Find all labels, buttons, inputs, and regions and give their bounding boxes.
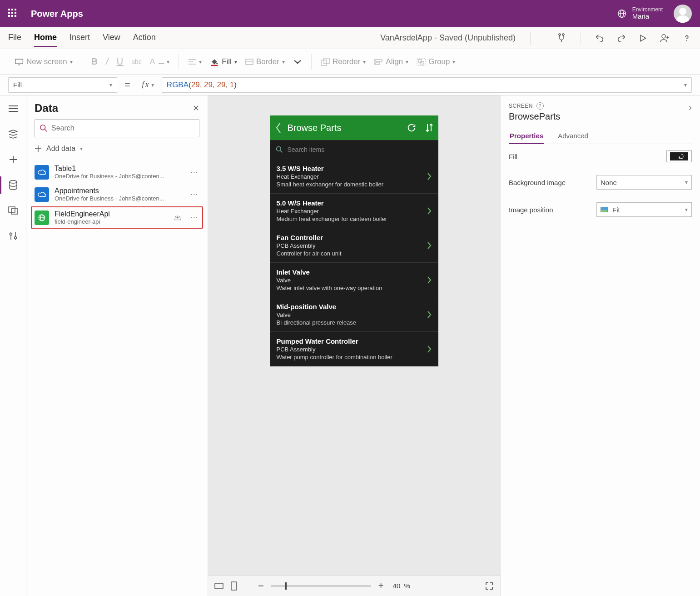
menu-tab-action[interactable]: Action — [133, 29, 156, 47]
environment-name: Maria — [632, 12, 650, 20]
chevron-right-icon[interactable] — [427, 345, 432, 354]
imgpos-select[interactable]: Fit ▾ — [596, 202, 692, 217]
app-checker-icon[interactable] — [556, 33, 567, 44]
svg-point-7 — [216, 62, 218, 64]
more-icon[interactable]: ⋯ — [189, 188, 199, 200]
property-selector[interactable]: Fill ▾ — [8, 77, 117, 93]
preview-header: Browse Parts — [270, 115, 438, 140]
new-screen-button[interactable]: New screen ▾ — [15, 57, 73, 66]
user-avatar[interactable] — [674, 5, 692, 23]
back-icon[interactable] — [275, 121, 282, 134]
help-circle-icon[interactable]: ? — [536, 102, 544, 110]
app-launcher-icon[interactable] — [8, 9, 18, 19]
device-portrait-icon[interactable] — [231, 581, 237, 591]
data-source-item[interactable]: Table1OneDrive for Business - JohnS@cont… — [26, 161, 208, 183]
app-preview[interactable]: Browse Parts Search items 3.5 W/S Heater… — [270, 115, 438, 366]
svg-rect-8 — [211, 65, 218, 66]
part-item[interactable]: Pumped Water ControllerPCB AssemblyWater… — [270, 332, 438, 366]
canvas-area: Browse Parts Search items 3.5 W/S Heater… — [208, 95, 500, 596]
props-object-name: BrowseParts — [509, 111, 560, 122]
zoom-out-button[interactable]: − — [258, 580, 264, 592]
data-search[interactable] — [35, 119, 199, 137]
bgimage-select[interactable]: None▾ — [596, 175, 692, 190]
border-button[interactable]: Border ▾ — [245, 57, 285, 66]
data-source-item[interactable]: FieldEngineerApifield-engineer-api⋯ — [31, 206, 203, 229]
fx-button[interactable]: ƒx▾ — [138, 80, 157, 90]
preview-search[interactable]: Search items — [270, 140, 438, 159]
more-icon[interactable]: ⋯ — [189, 211, 199, 224]
data-search-input[interactable] — [51, 124, 194, 132]
group-button[interactable]: Group▾ — [417, 57, 455, 66]
strikethrough-button[interactable]: abc — [131, 58, 142, 65]
svg-point-4 — [662, 35, 665, 38]
properties-panel: SCREEN ? BrowseParts › PropertiesAdvance… — [500, 95, 700, 596]
sort-icon[interactable] — [425, 123, 434, 133]
chevron-right-icon[interactable] — [427, 241, 432, 250]
part-name: Mid-position Valve — [277, 303, 422, 311]
fill-swatch[interactable] — [666, 150, 692, 162]
formula-input[interactable]: RGBA(29, 29, 29, 1) ▾ — [162, 77, 692, 93]
fill-swatch-icon — [670, 152, 688, 160]
part-item[interactable]: Mid-position ValveValveBi-directional pr… — [270, 297, 438, 332]
svg-point-20 — [10, 233, 12, 235]
datasource-icon — [35, 210, 49, 225]
data-icon[interactable] — [7, 179, 19, 191]
more-icon[interactable]: ⋯ — [189, 166, 199, 178]
environment-picker[interactable]: Environment Maria — [617, 7, 663, 20]
hamburger-icon[interactable] — [7, 103, 19, 115]
part-item[interactable]: Inlet ValveValveWater inlet valve with o… — [270, 263, 438, 297]
close-icon[interactable]: ✕ — [193, 103, 199, 113]
menu-tab-insert[interactable]: Insert — [70, 29, 90, 47]
fill-button[interactable]: Fill ▾ — [210, 57, 237, 66]
menu-tab-home[interactable]: Home — [34, 29, 57, 47]
chevron-right-icon[interactable]: › — [689, 102, 692, 114]
data-source-item[interactable]: AppointmentsOneDrive for Business - John… — [26, 183, 208, 205]
chevron-right-icon[interactable] — [427, 310, 432, 319]
props-tab-properties[interactable]: Properties — [509, 128, 544, 144]
undo-icon[interactable] — [595, 33, 605, 43]
part-item[interactable]: Fan ControllerPCB AssemblyController for… — [270, 228, 438, 263]
chevron-right-icon[interactable] — [427, 275, 432, 285]
underline-button[interactable]: U — [117, 56, 123, 67]
svg-point-22 — [40, 125, 45, 130]
data-panel-title: Data — [35, 102, 58, 115]
chevron-right-icon[interactable] — [427, 206, 432, 215]
refresh-icon[interactable] — [407, 123, 417, 133]
advanced-tools-icon[interactable] — [7, 230, 19, 242]
svg-point-17 — [10, 180, 17, 183]
part-name: Fan Controller — [277, 234, 422, 241]
fit-to-window-icon[interactable] — [485, 581, 494, 591]
reorder-button[interactable]: Reorder▾ — [321, 57, 366, 66]
font-color-button[interactable]: A▾ — [150, 57, 169, 66]
play-icon[interactable] — [638, 34, 647, 43]
share-icon[interactable] — [659, 33, 670, 44]
redo-icon[interactable] — [616, 33, 626, 43]
menu-tab-file[interactable]: File — [8, 29, 21, 47]
help-icon[interactable] — [682, 33, 692, 43]
zoom-slider[interactable] — [271, 586, 371, 586]
search-icon — [276, 146, 283, 153]
align-text-button[interactable]: ▾ — [188, 59, 202, 65]
zoom-in-button[interactable]: + — [378, 581, 384, 591]
part-category: Valve — [277, 311, 422, 318]
align-objects-button[interactable]: Align▾ — [374, 57, 408, 66]
add-data-button[interactable]: Add data ▾ — [35, 142, 199, 155]
menu-tab-view[interactable]: View — [103, 29, 120, 47]
premium-icon — [172, 213, 183, 223]
bold-button[interactable]: B — [91, 56, 98, 67]
part-item[interactable]: 3.5 W/S HeaterHeat ExchangerSmall heat e… — [270, 159, 438, 194]
datasource-icon — [35, 187, 49, 202]
italic-button[interactable]: / — [106, 56, 109, 67]
media-icon[interactable] — [7, 205, 19, 216]
part-category: Valve — [277, 277, 422, 284]
device-landscape-icon[interactable] — [214, 582, 223, 590]
formula-expand-icon[interactable]: ▾ — [684, 82, 687, 88]
insert-icon[interactable] — [7, 154, 19, 165]
app-title: Power Apps — [31, 9, 83, 19]
tree-view-icon[interactable] — [7, 128, 19, 140]
chevron-right-icon[interactable] — [427, 172, 432, 181]
svg-rect-6 — [15, 59, 23, 64]
ribbon-expand-button[interactable] — [293, 59, 302, 65]
part-item[interactable]: 5.0 W/S HeaterHeat ExchangerMedium heat … — [270, 194, 438, 228]
props-tab-advanced[interactable]: Advanced — [557, 128, 589, 144]
